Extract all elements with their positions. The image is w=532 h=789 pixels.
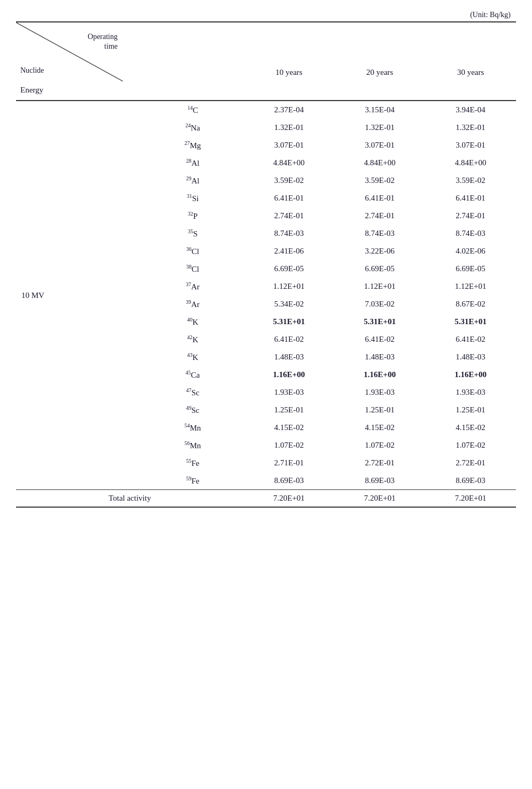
nuclide-cell: 29Al <box>142 172 243 189</box>
value-cell: 4.84E+00 <box>334 154 425 172</box>
value-cell: 3.94E-04 <box>425 101 516 119</box>
value-cell: 8.69E-03 <box>334 472 425 490</box>
value-cell: 1.25E-01 <box>244 401 335 419</box>
col-10-spacer <box>244 81 335 101</box>
value-cell: 6.41E-02 <box>244 331 335 348</box>
value-cell: 5.31E+01 <box>334 313 425 331</box>
nuclide-cell: 36Cl <box>142 242 243 260</box>
nuclide-cell: 56Mn <box>142 436 243 454</box>
value-cell: 4.02E-06 <box>425 242 516 260</box>
data-table: Operatingtime Nuclide 10 years 20 years … <box>16 21 516 508</box>
value-cell: 1.16E+00 <box>334 366 425 384</box>
total-row: Total activity7.20E+017.20E+017.20E+01 <box>16 490 516 508</box>
value-cell: 3.07E-01 <box>244 136 335 154</box>
value-cell: 2.74E-01 <box>425 207 516 225</box>
value-cell: 8.74E-03 <box>425 225 516 242</box>
value-cell: 3.59E-02 <box>425 172 516 189</box>
value-cell: 1.93E-03 <box>334 384 425 401</box>
value-cell: 1.93E-03 <box>425 384 516 401</box>
value-cell: 8.69E-03 <box>425 472 516 490</box>
value-cell: 1.48E-03 <box>334 348 425 366</box>
value-cell: 3.15E-04 <box>334 101 425 119</box>
value-cell: 4.15E-02 <box>244 419 335 436</box>
nuclide-cell: 45Ca <box>142 366 243 384</box>
value-cell: 8.74E-03 <box>334 225 425 242</box>
header-spacer-row: Energy <box>16 81 516 101</box>
col-header-30: 30 years <box>425 22 516 81</box>
col-header-10: 10 years <box>244 22 335 81</box>
value-cell: 2.41E-06 <box>244 242 335 260</box>
value-cell: 2.72E-01 <box>425 454 516 472</box>
value-cell: 3.59E-02 <box>334 172 425 189</box>
energy-cell: 10 MV <box>16 101 142 490</box>
nuclide-cell: 31Si <box>142 189 243 207</box>
value-cell: 1.16E+00 <box>425 366 516 384</box>
total-value: 7.20E+01 <box>425 490 516 508</box>
value-cell: 2.74E-01 <box>334 207 425 225</box>
nuclide-cell: 27Mg <box>142 136 243 154</box>
value-cell: 6.41E-01 <box>244 189 335 207</box>
nuclide-cell: 24Na <box>142 119 243 136</box>
value-cell: 8.74E-03 <box>244 225 335 242</box>
value-cell: 1.16E+00 <box>244 366 335 384</box>
value-cell: 4.84E+00 <box>425 154 516 172</box>
value-cell: 6.41E-02 <box>425 331 516 348</box>
value-cell: 3.59E-02 <box>244 172 335 189</box>
energy-col-header: Energy <box>16 81 142 101</box>
table-row: 10 MV14C2.37E-043.15E-043.94E-04 <box>16 101 516 119</box>
value-cell: 1.25E-01 <box>334 401 425 419</box>
value-cell: 2.37E-04 <box>244 101 335 119</box>
value-cell: 6.69E-05 <box>244 260 335 278</box>
nuclide-cell: 55Fe <box>142 454 243 472</box>
value-cell: 1.12E+01 <box>244 278 335 295</box>
nuclide-cell: 14C <box>142 101 243 119</box>
value-cell: 1.32E-01 <box>334 119 425 136</box>
nuclide-cell: 28Al <box>142 154 243 172</box>
col-20-spacer <box>334 81 425 101</box>
value-cell: 4.15E-02 <box>334 419 425 436</box>
value-cell: 5.31E+01 <box>425 313 516 331</box>
nuclide-cell: 40K <box>142 313 243 331</box>
nuclide-diag-label: Nuclide <box>20 66 44 75</box>
value-cell: 8.69E-03 <box>244 472 335 490</box>
nuclide-cell: 39Ar <box>142 295 243 313</box>
value-cell: 6.41E-01 <box>425 189 516 207</box>
value-cell: 7.03E-02 <box>334 295 425 313</box>
value-cell: 4.15E-02 <box>425 419 516 436</box>
value-cell: 3.22E-06 <box>334 242 425 260</box>
value-cell: 5.34E-02 <box>244 295 335 313</box>
nuclide-cell: 37Ar <box>142 278 243 295</box>
value-cell: 6.41E-02 <box>334 331 425 348</box>
total-value: 7.20E+01 <box>334 490 425 508</box>
operating-time-label: Operatingtime <box>88 32 118 51</box>
header-row-1: Operatingtime Nuclide 10 years 20 years … <box>16 22 516 81</box>
value-cell: 3.07E-01 <box>425 136 516 154</box>
value-cell: 1.12E+01 <box>425 278 516 295</box>
value-cell: 1.07E-02 <box>334 436 425 454</box>
total-value: 7.20E+01 <box>244 490 335 508</box>
nuclide-col-header <box>142 81 243 101</box>
col-header-20: 20 years <box>334 22 425 81</box>
total-label: Total activity <box>16 490 244 508</box>
value-cell: 3.07E-01 <box>334 136 425 154</box>
value-cell: 1.48E-03 <box>244 348 335 366</box>
value-cell: 4.84E+00 <box>244 154 335 172</box>
nuclide-cell: 38Cl <box>142 260 243 278</box>
value-cell: 1.25E-01 <box>425 401 516 419</box>
value-cell: 5.31E+01 <box>244 313 335 331</box>
value-cell: 6.69E-05 <box>334 260 425 278</box>
col-30-spacer <box>425 81 516 101</box>
value-cell: 2.72E-01 <box>334 454 425 472</box>
value-cell: 1.07E-02 <box>244 436 335 454</box>
nuclide-cell: 32P <box>142 207 243 225</box>
value-cell: 6.41E-01 <box>334 189 425 207</box>
value-cell: 1.93E-03 <box>244 384 335 401</box>
value-cell: 8.67E-02 <box>425 295 516 313</box>
unit-label: (Unit: Bq/kg) <box>16 11 516 19</box>
nuclide-cell: 54Mn <box>142 419 243 436</box>
nuclide-cell: 47Sc <box>142 384 243 401</box>
value-cell: 1.32E-01 <box>425 119 516 136</box>
value-cell: 2.71E-01 <box>244 454 335 472</box>
nuclide-cell: 43K <box>142 348 243 366</box>
value-cell: 1.12E+01 <box>334 278 425 295</box>
